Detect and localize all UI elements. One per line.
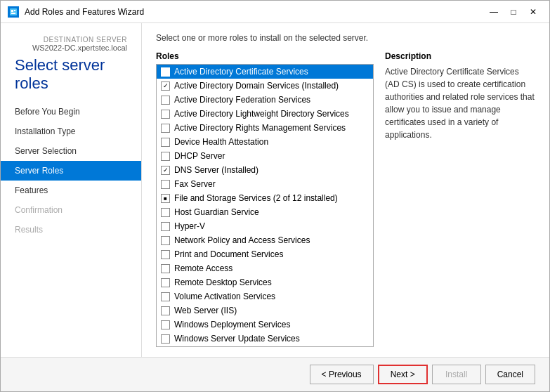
page-title: Select server roles (15, 56, 127, 93)
close-button[interactable]: ✕ (524, 5, 542, 19)
roles-list[interactable]: Active Directory Certificate Services Ac… (157, 65, 373, 346)
dest-server-name: WS2022-DC.xpertstec.local (32, 44, 127, 52)
sidebar: DESTINATION SERVER WS2022-DC.xpertstec.l… (1, 23, 141, 357)
wizard-footer: < Previous Next > Install Cancel (1, 357, 549, 391)
role-label: DNS Server (Installed) (174, 165, 258, 175)
role-label: Network Policy and Access Services (174, 235, 310, 245)
role-checkbox[interactable] (161, 292, 170, 301)
role-label: DHCP Server (174, 151, 225, 161)
role-item[interactable]: Network Policy and Access Services (157, 233, 373, 247)
nav-item-before-you-begin[interactable]: Before You Begin (1, 102, 141, 122)
role-checkbox[interactable] (161, 306, 170, 315)
role-checkbox[interactable] (161, 138, 170, 147)
nav-item-features[interactable]: Features (1, 181, 141, 200)
role-checkbox[interactable] (161, 236, 170, 245)
role-item[interactable]: Device Health Attestation (157, 135, 373, 149)
role-checkbox[interactable] (161, 180, 170, 189)
role-label: Hyper-V (174, 221, 205, 231)
role-checkbox[interactable] (161, 67, 170, 77)
nav-item-installation-type[interactable]: Installation Type (1, 122, 141, 141)
role-label: Volume Activation Services (174, 292, 275, 301)
role-checkbox[interactable] (161, 166, 170, 175)
description-header: Description (385, 51, 535, 61)
roles-list-container: Active Directory Certificate Services Ac… (156, 64, 374, 347)
description-panel: Description Active Directory Certificate… (385, 51, 535, 347)
minimize-button[interactable]: — (485, 5, 503, 19)
window-title: Add Roles and Features Wizard (25, 7, 144, 17)
role-checkbox[interactable] (161, 250, 170, 259)
role-checkbox[interactable] (161, 334, 170, 344)
title-bar-left: Add Roles and Features Wizard (8, 6, 144, 18)
dest-server-label: DESTINATION SERVER (44, 36, 127, 44)
role-label: Device Health Attestation (174, 137, 268, 147)
role-item[interactable]: DHCP Server (157, 149, 373, 163)
nav-item-server-selection[interactable]: Server Selection (1, 141, 141, 161)
nav-item-results: Results (1, 220, 141, 240)
role-item[interactable]: Fax Server (157, 177, 373, 191)
role-label: Active Directory Rights Management Servi… (174, 123, 346, 133)
role-item[interactable]: Volume Activation Services (157, 289, 373, 303)
role-label: Active Directory Lightweight Directory S… (174, 109, 349, 119)
role-item[interactable]: Web Server (IIS) (157, 303, 373, 318)
nav-item-server-roles[interactable]: Server Roles (1, 161, 141, 181)
role-label: Windows Deployment Services (174, 320, 290, 329)
role-checkbox[interactable] (161, 278, 170, 287)
role-item[interactable]: Active Directory Lightweight Directory S… (157, 107, 373, 121)
role-item[interactable]: Active Directory Certificate Services (157, 65, 373, 79)
main-area: Select one or more roles to install on t… (141, 23, 549, 357)
role-item[interactable]: Active Directory Domain Services (Instal… (157, 79, 373, 93)
role-item[interactable]: Print and Document Services (157, 247, 373, 261)
dest-server-info: DESTINATION SERVER WS2022-DC.xpertstec.l… (15, 36, 127, 52)
role-label: Web Server (IIS) (174, 306, 237, 315)
role-checkbox[interactable] (161, 264, 170, 273)
page-header: DESTINATION SERVER WS2022-DC.xpertstec.l… (1, 23, 141, 102)
role-label: Active Directory Federation Services (174, 95, 310, 105)
role-label: Host Guardian Service (174, 207, 259, 217)
role-checkbox[interactable] (161, 124, 170, 133)
role-label: Active Directory Certificate Services (174, 67, 308, 77)
role-checkbox[interactable] (161, 152, 170, 161)
roles-panel: Roles Active Directory Certificate Servi… (156, 51, 374, 347)
sidebar-nav: Before You Begin Installation Type Serve… (1, 102, 141, 240)
role-label: Print and Document Services (174, 249, 283, 259)
description-text: Active Directory Certificate Services (A… (385, 65, 535, 141)
role-item[interactable]: DNS Server (Installed) (157, 163, 373, 177)
role-checkbox[interactable] (161, 222, 170, 231)
role-item[interactable]: File and Storage Services (2 of 12 insta… (157, 191, 373, 205)
role-checkbox[interactable] (161, 208, 170, 217)
next-button[interactable]: Next > (378, 365, 428, 384)
role-label: Fax Server (174, 179, 216, 189)
role-item[interactable]: Active Directory Rights Management Servi… (157, 121, 373, 135)
role-checkbox[interactable] (161, 81, 170, 91)
columns-container: Roles Active Directory Certificate Servi… (156, 51, 535, 347)
role-checkbox[interactable] (161, 320, 170, 329)
role-checkbox[interactable] (161, 194, 170, 203)
role-item[interactable]: Remote Desktop Services (157, 275, 373, 289)
role-checkbox[interactable] (161, 110, 170, 119)
svg-rect-3 (11, 13, 15, 14)
role-checkbox[interactable] (161, 96, 170, 105)
role-item[interactable]: Active Directory Federation Services (157, 93, 373, 107)
previous-button[interactable]: < Previous (310, 365, 374, 384)
role-item[interactable]: Hyper-V (157, 219, 373, 233)
role-item[interactable]: Windows Server Update Services (157, 332, 373, 346)
wizard-content: DESTINATION SERVER WS2022-DC.xpertstec.l… (1, 23, 549, 357)
nav-item-confirmation: Confirmation (1, 200, 141, 220)
roles-header: Roles (156, 51, 374, 61)
svg-rect-1 (11, 10, 13, 12)
role-label: Active Directory Domain Services (Instal… (174, 81, 339, 91)
role-label: Windows Server Update Services (174, 334, 300, 344)
role-item[interactable]: Windows Deployment Services (157, 318, 373, 332)
role-item[interactable]: Remote Access (157, 261, 373, 275)
role-item[interactable]: Host Guardian Service (157, 205, 373, 219)
maximize-button[interactable]: □ (504, 5, 523, 19)
role-label: Remote Desktop Services (174, 277, 272, 287)
wizard-window: Add Roles and Features Wizard — □ ✕ DEST… (0, 0, 550, 392)
app-icon (8, 6, 19, 18)
svg-rect-2 (14, 10, 15, 11)
role-label: File and Storage Services (2 of 12 insta… (174, 193, 338, 203)
window-controls: — □ ✕ (485, 5, 542, 19)
install-button[interactable]: Install (432, 365, 481, 384)
cancel-button[interactable]: Cancel (485, 365, 535, 384)
instruction-text: Select one or more roles to install on t… (156, 33, 535, 43)
